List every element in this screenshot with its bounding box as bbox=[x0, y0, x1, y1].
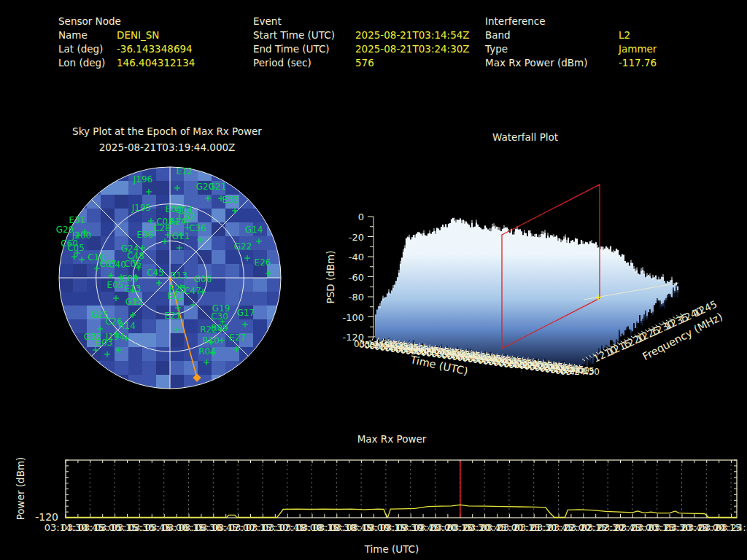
satellite-label: G24 bbox=[121, 244, 139, 254]
satellite-label: R14 bbox=[118, 321, 136, 331]
satellite-label: R09 bbox=[211, 323, 228, 333]
psd-tick-label: -100 bbox=[342, 312, 364, 323]
psd-tick-label: 0 bbox=[358, 211, 364, 222]
satellite-label: C28 bbox=[153, 223, 171, 233]
satellite-label: C05 bbox=[67, 243, 85, 253]
satellite-label: E27 bbox=[230, 332, 247, 343]
satellite-label: G29 bbox=[56, 225, 74, 235]
power-time-tick-label: 03:24:30 bbox=[716, 522, 747, 533]
satellite-label: C30 bbox=[211, 311, 228, 322]
satellite-label: E05 bbox=[107, 280, 124, 290]
power-time-axis: 03:14:3003:14:4503:15:0003:15:1503:15:30… bbox=[44, 522, 747, 533]
plots-canvas: J196E12G20G21E33G14G22E26E31G29J200C60C0… bbox=[0, 0, 747, 560]
satellite-label: E03 bbox=[96, 338, 113, 348]
satellite-label: E33 bbox=[222, 195, 239, 205]
satellite-label: E01 bbox=[168, 291, 185, 301]
sky-plot: J196E12G20G21E33G14G22E26E31G29J200C60C0… bbox=[45, 153, 295, 402]
satellite-label: J195 bbox=[131, 203, 151, 213]
max-rx-power-trace bbox=[66, 505, 737, 517]
satellite-label: C47 bbox=[184, 286, 201, 296]
waterfall-plot: 0-20-40-60-80-100-120PSD (dBm)03:14:3003… bbox=[325, 184, 724, 377]
psd-tick-label: -20 bbox=[349, 232, 364, 243]
power-ytick-label: -120 bbox=[35, 511, 58, 523]
app-window: { "header": { "sensor": { "title": "Sens… bbox=[0, 0, 747, 560]
satellite-label: E26 bbox=[255, 257, 271, 268]
satellite-label: C45 bbox=[147, 268, 164, 278]
satellite-label: G22 bbox=[234, 241, 252, 252]
psd-tick-label: -80 bbox=[349, 292, 364, 303]
satellite-label: G12 bbox=[125, 297, 144, 307]
psd-axis-label: PSD (dBm) bbox=[325, 251, 336, 304]
satellite-label: C09 bbox=[121, 273, 139, 284]
satellite-label: J196 bbox=[133, 174, 152, 184]
satellite-label: G21 bbox=[209, 182, 227, 192]
satellite-label: R13 bbox=[170, 271, 187, 281]
satellite-label: G14 bbox=[245, 225, 263, 235]
satellite-label: E12 bbox=[177, 166, 193, 176]
psd-axis: 0-20-40-60-80-100-120PSD (dBm) bbox=[325, 211, 374, 343]
waterfall-time-tick-label: 03:24:30 bbox=[560, 367, 600, 377]
psd-tick-label: -60 bbox=[349, 272, 364, 283]
satellite-label: G06 bbox=[194, 274, 212, 284]
satellite-label: E13 bbox=[125, 284, 142, 294]
satellite-label: C36 bbox=[189, 223, 206, 233]
satellite-label: R10 bbox=[202, 335, 220, 346]
max-rx-power-plot: -12003:14:3003:14:4503:15:0003:15:1503:1… bbox=[35, 460, 747, 533]
satellite-label: E21 bbox=[165, 311, 182, 321]
satellite-label: G17 bbox=[237, 308, 255, 318]
satellite-label: R24 bbox=[169, 217, 187, 227]
psd-tick-label: -40 bbox=[349, 252, 364, 262]
satellite-label: R04 bbox=[198, 346, 216, 357]
satellite-label: E31 bbox=[69, 215, 86, 225]
satellite-label: E06 bbox=[137, 230, 154, 240]
